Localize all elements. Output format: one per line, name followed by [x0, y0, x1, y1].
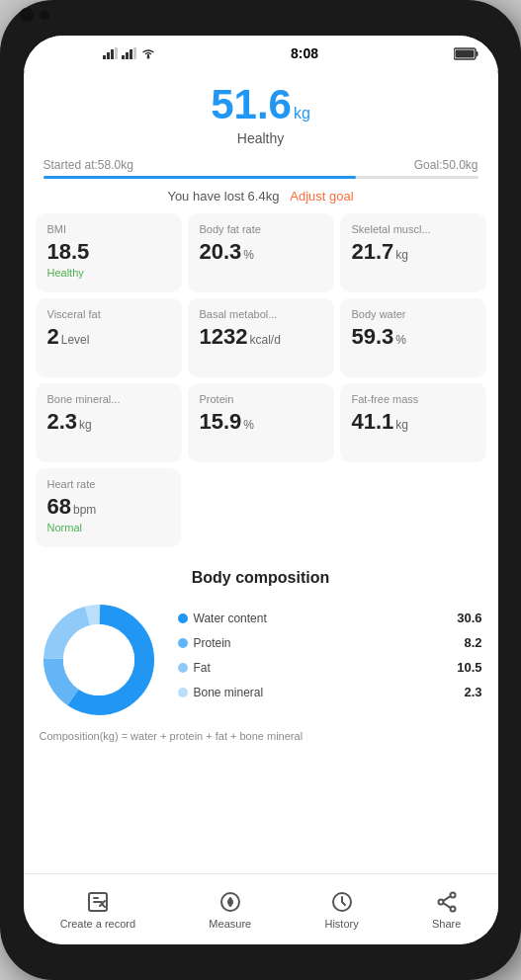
share-icon: [434, 889, 460, 915]
metric-skeletal[interactable]: Skeletal muscl... 21.7 kg: [340, 213, 486, 292]
heart-rate-value-row: 68 bpm: [47, 494, 172, 520]
svg-rect-11: [455, 49, 474, 57]
weight-value: 51.6: [211, 81, 292, 128]
legend-water-value: 30.6: [457, 611, 481, 625]
legend-fat: Fat 10.5: [178, 660, 482, 675]
metric-visceral-label: Visceral fat: [47, 308, 172, 320]
metric-basal-label: Basal metabol...: [200, 308, 324, 320]
legend-water: Water content 30.6: [178, 611, 482, 625]
metric-bmi-label: BMI: [47, 223, 172, 235]
metric-fat-free-value-row: 41.1 kg: [352, 409, 477, 435]
metric-body-water[interactable]: Body water 59.3 %: [340, 298, 486, 377]
legend-protein-label: Protein: [194, 636, 231, 650]
lost-text-section: You have lost 6.4kg Adjust goal: [24, 183, 498, 213]
metric-body-fat-value-row: 20.3 %: [200, 239, 324, 265]
svg-point-21: [228, 900, 232, 904]
nav-history[interactable]: History: [316, 885, 366, 934]
metric-protein-label: Protein: [200, 393, 324, 405]
metric-body-water-value: 59.3: [352, 324, 394, 350]
signal-bar-1: [103, 47, 119, 59]
svg-rect-6: [130, 49, 132, 59]
legend-fat-dot: [178, 663, 188, 673]
metric-body-fat-value: 20.3: [200, 239, 242, 265]
started-label: Started at:58.0kg: [43, 158, 133, 172]
svg-rect-0: [103, 55, 106, 59]
legend-water-label: Water content: [194, 612, 267, 625]
edit-icon: [85, 889, 111, 915]
legend-bone-left: Bone mineral: [178, 686, 264, 699]
svg-rect-10: [476, 51, 478, 56]
metric-protein-value-row: 15.9 %: [200, 409, 324, 435]
lost-text: You have lost 6.4kg: [167, 189, 279, 204]
weight-unit: kg: [294, 105, 310, 122]
metric-body-water-value-row: 59.3 %: [352, 324, 477, 350]
nav-history-label: History: [324, 918, 358, 930]
metric-bmi-value: 18.5: [47, 239, 90, 265]
legend-protein: Protein 8.2: [178, 635, 482, 650]
legend-fat-label: Fat: [194, 661, 211, 675]
progress-labels: Started at:58.0kg Goal:50.0kg: [43, 158, 478, 172]
metric-basal-value: 1232: [200, 324, 248, 350]
weight-header: 51.6 kg Healthy: [24, 71, 498, 152]
composition-title: Body composition: [40, 569, 482, 587]
legend-bone-dot: [178, 688, 188, 697]
main-content: 51.6 kg Healthy Started at:58.0kg Goal:5…: [24, 71, 498, 873]
metric-fat-free[interactable]: Fat-free mass 41.1 kg: [340, 383, 486, 462]
camera-notch: [20, 8, 49, 22]
metric-bone-unit: kg: [79, 418, 92, 432]
adjust-goal-button[interactable]: Adjust goal: [290, 189, 353, 204]
composition-formula: Composition(kg) = water + protein + fat …: [40, 729, 482, 744]
svg-line-27: [443, 903, 450, 908]
metric-protein-value: 15.9: [200, 409, 242, 435]
metric-bmi-status: Healthy: [47, 267, 172, 279]
weight-status: Healthy: [43, 130, 478, 146]
heart-rate-unit: bpm: [73, 503, 96, 517]
legend-water-left: Water content: [178, 612, 267, 625]
legend-protein-value: 8.2: [464, 635, 481, 650]
metric-skeletal-value-row: 21.7 kg: [352, 239, 477, 265]
metric-fat-free-label: Fat-free mass: [352, 393, 477, 405]
metric-skeletal-unit: kg: [395, 248, 408, 262]
nav-share[interactable]: Share: [424, 885, 469, 934]
svg-rect-4: [122, 55, 125, 59]
legend-fat-left: Fat: [178, 661, 211, 675]
metric-bone-value-row: 2.3 kg: [47, 409, 172, 435]
goal-label: Goal:50.0kg: [414, 158, 478, 172]
svg-line-26: [443, 896, 450, 901]
metric-visceral[interactable]: Visceral fat 2 Level: [36, 298, 182, 377]
metric-bone[interactable]: Bone mineral... 2.3 kg: [36, 383, 182, 462]
heart-rate-label: Heart rate: [47, 478, 172, 490]
nav-measure-label: Measure: [209, 918, 251, 930]
metric-basal-unit: kcal/d: [249, 333, 280, 347]
metric-bone-label: Bone mineral...: [47, 393, 172, 405]
metric-heart-rate[interactable]: Heart rate 68 bpm Normal: [36, 468, 182, 547]
metric-basal[interactable]: Basal metabol... 1232 kcal/d: [188, 298, 334, 377]
legend-protein-left: Protein: [178, 636, 231, 650]
bottom-nav: Create a record Measure: [24, 873, 498, 944]
legend-protein-dot: [178, 638, 188, 648]
metric-fat-free-value: 41.1: [352, 409, 394, 435]
nav-create[interactable]: Create a record: [52, 885, 143, 934]
measure-icon: [217, 889, 243, 915]
heart-rate-status: Normal: [47, 522, 172, 533]
metric-body-fat-label: Body fat rate: [200, 223, 324, 235]
weight-display: 51.6 kg: [43, 81, 478, 128]
progress-section: Started at:58.0kg Goal:50.0kg: [24, 152, 498, 183]
history-icon: [329, 889, 355, 915]
phone-screen: 8:08 51.6 kg Healthy Started at:58.0kg: [24, 36, 498, 944]
metric-body-fat-unit: %: [243, 248, 254, 262]
progress-track: [43, 176, 478, 179]
body-composition-section: Body composition: [24, 557, 498, 752]
nav-measure[interactable]: Measure: [201, 885, 259, 934]
metric-body-fat[interactable]: Body fat rate 20.3 %: [188, 213, 334, 292]
svg-point-16: [63, 624, 134, 695]
metric-skeletal-value: 21.7: [352, 239, 394, 265]
signal-bar-2: [122, 47, 137, 59]
metric-bmi[interactable]: BMI 18.5 Healthy: [36, 213, 182, 292]
donut-chart: [40, 601, 158, 719]
metric-visceral-unit: Level: [61, 333, 90, 347]
legend-bone-label: Bone mineral: [194, 686, 264, 699]
metric-body-water-label: Body water: [352, 308, 477, 320]
metric-visceral-value: 2: [47, 324, 59, 350]
metric-protein[interactable]: Protein 15.9 %: [188, 383, 334, 462]
